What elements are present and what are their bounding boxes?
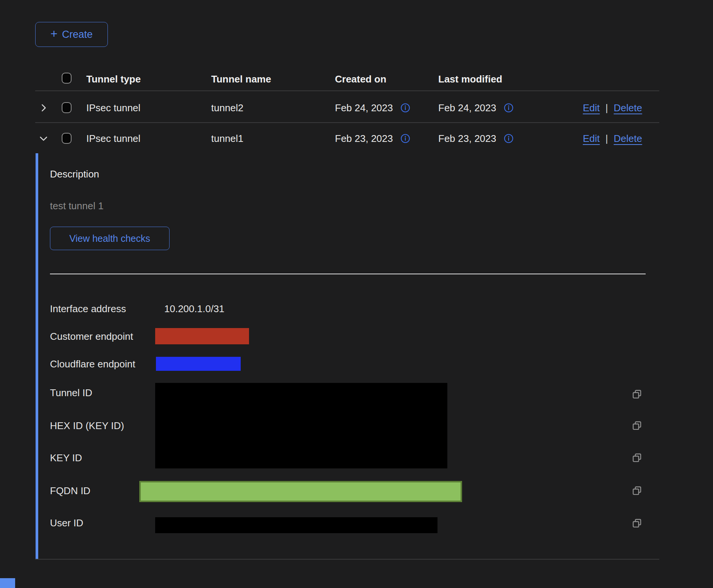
user-id-label: User ID (50, 517, 83, 529)
copy-icon[interactable] (630, 451, 643, 467)
create-button-label: Create (62, 29, 93, 40)
cloudflare-endpoint-redacted-value (156, 357, 241, 371)
delete-link[interactable]: Delete (614, 132, 642, 145)
ids-redacted-value (155, 383, 447, 468)
scroll-indicator (0, 578, 15, 588)
key-id-label: KEY ID (50, 452, 82, 464)
plus-icon: + (50, 28, 58, 39)
customer-endpoint-redacted-value (155, 328, 249, 344)
tunnel-id-label: Tunnel ID (50, 387, 92, 399)
row-divider (35, 122, 659, 123)
copy-icon[interactable] (630, 388, 643, 403)
panel-divider (50, 274, 646, 274)
info-icon[interactable] (504, 103, 514, 113)
interface-address-value: 10.200.1.0/31 (164, 303, 224, 315)
last-modified-date: Feb 24, 2023 (438, 102, 496, 114)
actions-separator: | (606, 132, 608, 145)
row-collapse-chevron-down-icon[interactable] (38, 133, 49, 144)
view-health-checks-button[interactable]: View health checks (50, 227, 170, 250)
select-all-checkbox[interactable] (62, 73, 72, 84)
description-label: Description (50, 168, 99, 180)
tunnel-name-cell: tunnel2 (211, 102, 243, 114)
created-on-date: Feb 23, 2023 (335, 132, 393, 145)
fqdn-id-label: FQDN ID (50, 485, 90, 497)
tunnels-page: + Create Tunnel type Tunnel name Created… (0, 0, 713, 588)
column-header-tunnel-name: Tunnel name (211, 73, 271, 85)
last-modified-cell: Feb 23, 2023 (438, 132, 514, 145)
tunnel-type-cell: IPsec tunnel (86, 132, 140, 145)
edit-link[interactable]: Edit (583, 132, 600, 145)
created-on-cell: Feb 23, 2023 (335, 132, 410, 145)
created-on-date: Feb 24, 2023 (335, 102, 393, 114)
table-bottom-divider (35, 559, 659, 560)
cloudflare-endpoint-label: Cloudflare endpoint (50, 358, 135, 370)
created-on-cell: Feb 24, 2023 (335, 102, 410, 114)
interface-address-label: Interface address (50, 303, 126, 315)
description-value: test tunnel 1 (50, 200, 104, 212)
fqdn-id-redacted-value (139, 481, 462, 502)
customer-endpoint-label: Customer endpoint (50, 330, 133, 342)
tunnel-type-cell: IPsec tunnel (86, 102, 140, 114)
copy-icon[interactable] (630, 419, 643, 435)
row-actions: Edit | Delete (583, 132, 642, 145)
column-header-last-modified: Last modified (438, 73, 502, 85)
info-icon[interactable] (400, 134, 410, 143)
column-header-created-on: Created on (335, 73, 386, 85)
copy-icon[interactable] (630, 484, 643, 500)
delete-link[interactable]: Delete (614, 102, 642, 114)
create-button[interactable]: + Create (35, 22, 108, 47)
hex-id-label: HEX ID (KEY ID) (50, 420, 124, 432)
info-icon[interactable] (504, 134, 514, 143)
actions-separator: | (606, 102, 608, 114)
user-id-redacted-value (155, 517, 437, 533)
expanded-panel-accent-bar (36, 153, 38, 559)
edit-link[interactable]: Edit (583, 102, 600, 114)
row-checkbox[interactable] (62, 133, 72, 144)
row-actions: Edit | Delete (583, 102, 642, 114)
info-icon[interactable] (400, 103, 410, 113)
last-modified-cell: Feb 24, 2023 (438, 102, 514, 114)
row-checkbox[interactable] (62, 102, 72, 113)
column-header-tunnel-type: Tunnel type (86, 73, 141, 85)
last-modified-date: Feb 23, 2023 (438, 132, 496, 145)
tunnel-name-cell: tunnel1 (211, 132, 243, 145)
row-expand-chevron-right-icon[interactable] (38, 103, 49, 113)
header-divider (35, 90, 659, 91)
copy-icon[interactable] (630, 517, 643, 532)
